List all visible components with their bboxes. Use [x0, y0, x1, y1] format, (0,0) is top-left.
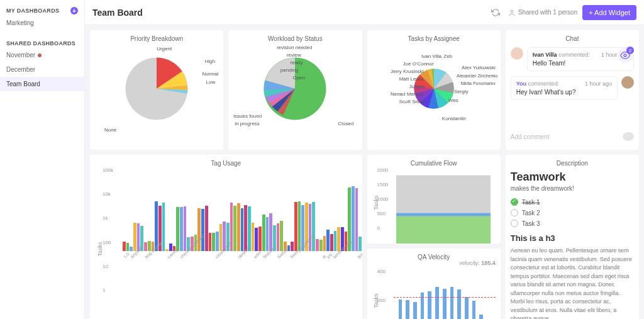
- chat-message: You commented:1 hour ago Hey Ivan! What'…: [511, 76, 634, 100]
- main: Team Board Shared with 1 person + Add Wi…: [85, 0, 644, 319]
- shared-dashboards-head: SHARED DASHBOARDS: [0, 36, 84, 48]
- comment-input[interactable]: Add comment: [511, 128, 634, 145]
- workload-card: Workload by Status revision needed revie…: [228, 30, 362, 150]
- dot-icon: [38, 53, 42, 57]
- assignee-title: Tasks by Assignee: [372, 35, 496, 42]
- middle-stack: Cumulative Flow Tasks 2000150010005000 2…: [367, 155, 501, 319]
- chat-text: Hello Team!: [533, 60, 628, 67]
- add-dashboard-button[interactable]: +: [70, 7, 78, 14]
- qa-bars: [394, 271, 496, 319]
- eye-icon[interactable]: 2: [618, 48, 633, 63]
- shared-with[interactable]: Shared with 1 person: [508, 9, 578, 16]
- chat-card: Chat 2 Ivan Villa commented:1 hour ago H…: [506, 30, 639, 150]
- tag-usage-card: Tag Usage Tasks 100k10k1k100101 1.0anyst…: [90, 155, 362, 319]
- task-item[interactable]: Task 2: [511, 209, 634, 216]
- svg-rect-7: [396, 216, 491, 243]
- chat-text: Hey Ivan! What's up?: [516, 89, 612, 96]
- priority-title: Priority Breakdown: [95, 35, 218, 42]
- cumulative-flow-card: Cumulative Flow Tasks 2000150010005000 2…: [367, 155, 501, 243]
- page-title: Team Board: [92, 8, 483, 18]
- workload-title: Workload by Status: [233, 35, 357, 42]
- tag-usage-title: Tag Usage: [95, 160, 357, 167]
- dashboard-grid: Priority Breakdown Urgent High Normal Lo…: [85, 25, 644, 319]
- my-dashboards-label: MY DASHBOARDS: [6, 8, 59, 14]
- chat-badge: 2: [626, 47, 634, 54]
- topbar: Team Board Shared with 1 person + Add Wi…: [85, 0, 644, 25]
- sidebar-item-marketing[interactable]: Marketing: [0, 16, 84, 30]
- flow-title: Cumulative Flow: [372, 160, 496, 167]
- assignee-card: Tasks by Assignee: [367, 30, 501, 150]
- sidebar-item-december[interactable]: December: [0, 62, 84, 77]
- chat-title: Chat: [511, 35, 634, 42]
- checkbox-icon[interactable]: [511, 198, 518, 206]
- svg-point-4: [624, 54, 626, 57]
- desc-h3: This is a h3: [511, 233, 634, 243]
- description-card: Description Teamwork makes the dreamwork…: [506, 155, 639, 319]
- flow-chart: [396, 169, 491, 243]
- avatar: [511, 47, 523, 60]
- speech-icon: [623, 132, 634, 141]
- sidebar: MY DASHBOARDS + Marketing SHARED DASHBOA…: [0, 0, 85, 319]
- user-icon: [508, 9, 516, 16]
- desc-paragraph: Aenean eu leo quam. Pellentesque ornare …: [511, 247, 634, 319]
- chat-message: Ivan Villa commented:1 hour ago Hello Te…: [511, 47, 634, 71]
- refresh-icon[interactable]: [488, 5, 503, 20]
- checkbox-icon[interactable]: [511, 220, 518, 227]
- priority-breakdown-card: Priority Breakdown Urgent High Normal Lo…: [90, 30, 223, 150]
- my-dashboards-head: MY DASHBOARDS +: [0, 3, 84, 16]
- tag-usage-bars: [120, 169, 362, 251]
- task-item[interactable]: Task 1: [511, 198, 634, 206]
- desc-tagline: makes the dreamwork!: [511, 185, 634, 192]
- desc-heading: Teamwork: [511, 171, 634, 184]
- velocity-line: [394, 297, 496, 298]
- avatar: [621, 76, 634, 89]
- sidebar-item-team-board[interactable]: Team Board: [0, 77, 84, 91]
- add-widget-button[interactable]: + Add Widget: [582, 5, 636, 20]
- shared-dashboards-label: SHARED DASHBOARDS: [6, 40, 75, 47]
- checkbox-icon[interactable]: [511, 209, 518, 216]
- desc-title: Description: [511, 160, 634, 167]
- sidebar-item-november[interactable]: November: [0, 48, 84, 62]
- qa-velocity-card: QA Velocity velocity: 185.4 Tasks 400200…: [367, 249, 501, 319]
- priority-pie: [122, 54, 191, 123]
- svg-point-0: [511, 10, 513, 13]
- task-item[interactable]: Task 3: [511, 220, 634, 227]
